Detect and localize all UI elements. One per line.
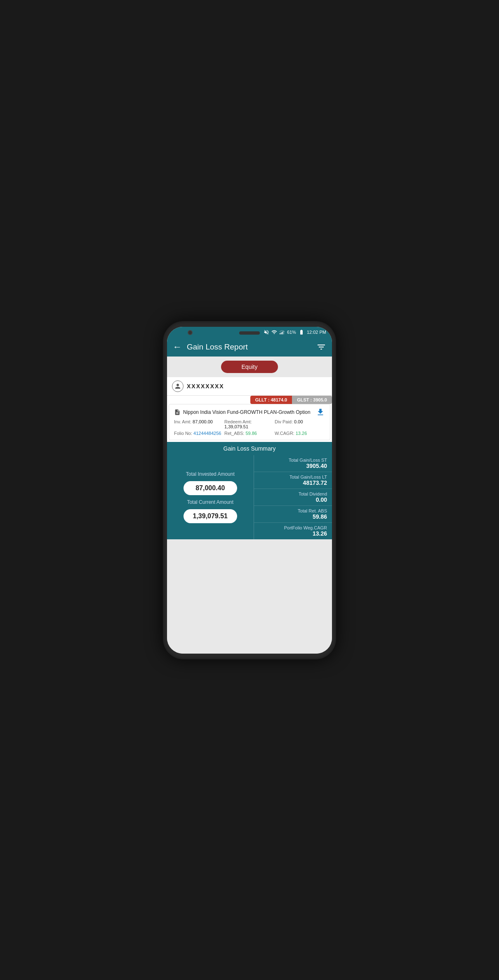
total-ret-abs-item: Total Ret. ABS 59.86 xyxy=(254,506,332,523)
fund-details: Inv. Amt: 87,000.00 Redeem Amt: 1,39,079… xyxy=(174,419,325,436)
total-ret-abs-value: 59.86 xyxy=(259,513,327,520)
total-invested-label: Total Invested Amount xyxy=(186,471,235,477)
battery-percent: 61% xyxy=(287,330,296,335)
total-current-label: Total Current Amount xyxy=(187,499,233,505)
portfolio-cagr-label: PortFolio Weg.CAGR xyxy=(259,525,327,530)
gain-loss-lt-item: Total Gain/Loss LT 48173.72 xyxy=(254,472,332,489)
status-icons: 61% 12:02 PM xyxy=(264,329,326,335)
gain-loss-lt-value: 48173.72 xyxy=(259,479,327,486)
portfolio-cagr-item: PortFolio Weg.CAGR 13.26 xyxy=(254,523,332,539)
total-dividend-label: Total Dividend xyxy=(259,491,327,496)
total-dividend-item: Total Dividend 0.00 xyxy=(254,489,332,506)
total-dividend-value: 0.00 xyxy=(259,496,327,503)
summary-body: Total Invested Amount 87,000.40 Total Cu… xyxy=(167,455,332,539)
svg-rect-2 xyxy=(282,331,283,334)
gllt-badge: GLLT : 48174.0 xyxy=(250,396,292,404)
fund-section: GLLT : 48174.0 GLST : 3905.0 Nippon Indi… xyxy=(167,396,332,442)
fund-name-row: Nippon India Vision Fund-GROWTH PLAN-Gro… xyxy=(174,408,325,417)
wifi-icon xyxy=(271,329,277,335)
download-icon[interactable] xyxy=(316,408,325,417)
gain-loss-st-item: Total Gain/Loss ST 3905.40 xyxy=(254,455,332,472)
gain-loss-st-label: Total Gain/Loss ST xyxy=(259,458,327,463)
phone-device: 61% 12:02 PM ← Gain Loss Report Equity xyxy=(163,321,336,659)
total-current-value: 1,39,079.51 xyxy=(184,509,237,523)
gain-loss-st-value: 3905.40 xyxy=(259,463,327,469)
battery-icon xyxy=(298,329,305,335)
wcagr-item: W.CAGR: 13.26 xyxy=(275,431,325,436)
inv-amt-item: Inv. Amt: 87,000.00 xyxy=(174,419,224,429)
page-title: Gain Loss Report xyxy=(187,342,311,352)
folio-item: Folio No: 41244484256 xyxy=(174,431,224,436)
user-avatar xyxy=(172,380,184,392)
gain-loss-lt-label: Total Gain/Loss LT xyxy=(259,475,327,479)
tab-bar: Equity xyxy=(167,357,332,377)
svg-rect-3 xyxy=(283,331,284,334)
div-paid-item: Div Paid: 0.00 xyxy=(275,419,325,429)
speaker xyxy=(239,331,260,335)
app-header: ← Gain Loss Report xyxy=(167,338,332,357)
gllt-bar: GLLT : 48174.0 GLST : 3905.0 xyxy=(167,396,332,404)
filter-icon[interactable] xyxy=(316,342,326,352)
clock: 12:02 PM xyxy=(307,330,326,335)
back-button[interactable]: ← xyxy=(173,342,182,352)
empty-content-area xyxy=(167,539,332,654)
front-camera xyxy=(188,330,193,335)
total-invested-value: 87,000.40 xyxy=(184,481,237,495)
portfolio-cagr-value: 13.26 xyxy=(259,530,327,537)
total-ret-abs-label: Total Ret. ABS xyxy=(259,508,327,513)
summary-left: Total Invested Amount 87,000.40 Total Cu… xyxy=(167,455,254,539)
fund-card: Nippon India Vision Fund-GROWTH PLAN-Gro… xyxy=(169,404,330,440)
mute-icon xyxy=(264,329,269,335)
summary-right: Total Gain/Loss ST 3905.40 Total Gain/Lo… xyxy=(254,455,332,539)
fund-name: Nippon India Vision Fund-GROWTH PLAN-Gro… xyxy=(183,409,311,415)
svg-rect-0 xyxy=(280,333,280,334)
summary-section: Gain Loss Summary Total Invested Amount … xyxy=(167,442,332,539)
summary-title: Gain Loss Summary xyxy=(167,442,332,455)
ret-abs-item: Ret_ABS: 59.86 xyxy=(224,431,275,436)
user-name: XXXXXXXX xyxy=(187,383,224,390)
glst-badge: GLST : 3905.0 xyxy=(292,396,332,404)
phone-screen: 61% 12:02 PM ← Gain Loss Report Equity xyxy=(167,327,332,654)
svg-rect-1 xyxy=(281,332,282,334)
redeem-amt-item: Redeem Amt: 1,39,079.51 xyxy=(224,419,275,429)
fund-name-left: Nippon India Vision Fund-GROWTH PLAN-Gro… xyxy=(174,409,311,416)
equity-tab[interactable]: Equity xyxy=(221,361,278,373)
user-row: XXXXXXXX xyxy=(167,377,332,396)
fund-doc-icon xyxy=(174,409,181,416)
signal-icon xyxy=(279,329,285,335)
